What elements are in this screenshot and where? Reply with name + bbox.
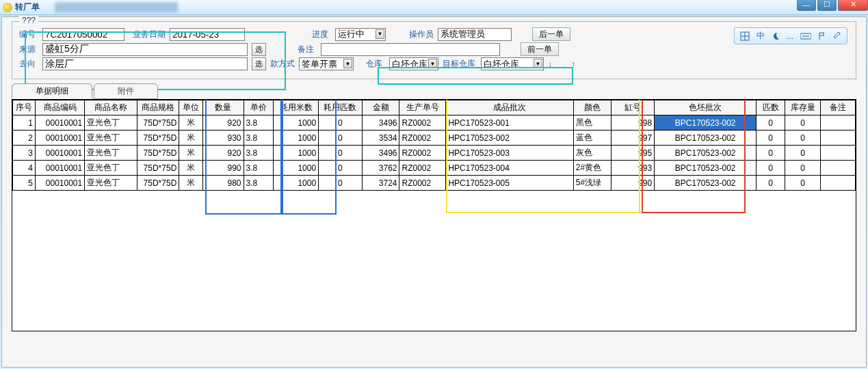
- col-header[interactable]: 色坯批次: [655, 100, 757, 115]
- toolbar-wrench-icon[interactable]: [832, 31, 843, 41]
- table-cell[interactable]: 00010001: [35, 115, 84, 131]
- table-cell[interactable]: 0: [757, 146, 785, 161]
- ck-dropdown[interactable]: ▼: [389, 57, 438, 70]
- table-cell[interactable]: 75D*75D: [137, 131, 179, 146]
- table-cell[interactable]: 00010001: [35, 131, 84, 146]
- col-header[interactable]: 商品规格: [137, 100, 179, 115]
- col-header[interactable]: 商品名称: [85, 100, 137, 115]
- col-header[interactable]: 数量: [203, 100, 244, 115]
- table-cell[interactable]: 0: [757, 176, 785, 191]
- table-cell[interactable]: 930: [203, 131, 244, 146]
- table-cell[interactable]: 0: [757, 115, 785, 131]
- table-cell[interactable]: [821, 176, 856, 191]
- table-cell[interactable]: 蓝色: [573, 131, 611, 146]
- table-cell[interactable]: 1: [13, 115, 36, 131]
- bh-input[interactable]: [42, 28, 124, 41]
- prev-record-button[interactable]: 前一单: [521, 42, 559, 56]
- table-cell[interactable]: 00010001: [35, 146, 84, 161]
- jd-dropdown[interactable]: ▼: [335, 28, 386, 41]
- table-cell[interactable]: [821, 115, 856, 131]
- table-cell[interactable]: 980: [203, 176, 244, 191]
- table-cell[interactable]: 0: [785, 146, 821, 161]
- table-cell[interactable]: 3496: [362, 146, 399, 161]
- table-cell[interactable]: RZ0002: [399, 131, 446, 146]
- table-cell[interactable]: BPC170523-002: [655, 146, 757, 161]
- maximize-button[interactable]: ☐: [817, 0, 837, 11]
- toolbar-grid-icon[interactable]: [739, 31, 751, 42]
- table-cell[interactable]: 998: [611, 115, 655, 131]
- ly-select-button[interactable]: 选: [252, 43, 266, 56]
- col-header[interactable]: 匹数: [757, 100, 785, 115]
- table-cell[interactable]: 0: [757, 131, 785, 146]
- ly-input[interactable]: [42, 43, 248, 56]
- table-cell[interactable]: BPC170523-002: [655, 115, 757, 131]
- table-cell[interactable]: 0: [785, 115, 821, 131]
- chevron-down-icon[interactable]: ▼: [428, 59, 437, 68]
- table-cell[interactable]: 亚光色丁: [85, 131, 137, 146]
- table-cell[interactable]: 0: [757, 161, 785, 176]
- table-cell[interactable]: 3496: [362, 115, 399, 131]
- table-cell[interactable]: 0: [319, 115, 363, 131]
- minimize-button[interactable]: —: [797, 0, 816, 11]
- col-header[interactable]: 成品批次: [446, 100, 573, 115]
- table-row[interactable]: 300010001亚光色丁75D*75D米9203.8100003496RZ00…: [13, 146, 856, 161]
- table-cell[interactable]: 1000: [274, 146, 319, 161]
- table-cell[interactable]: 997: [611, 131, 655, 146]
- col-header[interactable]: 颜色: [573, 100, 611, 115]
- sort-down-icon[interactable]: ↓: [548, 59, 567, 69]
- table-cell[interactable]: 1000: [274, 115, 319, 131]
- col-header[interactable]: 商品编码: [35, 100, 84, 115]
- table-cell[interactable]: 3724: [362, 176, 399, 191]
- table-cell[interactable]: 3.8: [244, 115, 274, 131]
- table-cell[interactable]: [821, 161, 856, 176]
- table-cell[interactable]: [821, 131, 856, 146]
- col-header[interactable]: 单位: [179, 100, 203, 115]
- table-row[interactable]: 200010001亚光色丁75D*75D米9303.8100003534RZ00…: [13, 131, 856, 146]
- toolbar-flag-icon[interactable]: [817, 31, 828, 41]
- col-header[interactable]: 生产单号: [399, 100, 446, 115]
- ywrq-input[interactable]: [170, 28, 245, 41]
- col-header[interactable]: 序号: [13, 100, 36, 115]
- qx-select-button[interactable]: 选: [252, 57, 266, 70]
- qx-input[interactable]: [42, 57, 248, 70]
- table-cell[interactable]: RZ0002: [399, 161, 446, 176]
- table-cell[interactable]: 75D*75D: [137, 146, 179, 161]
- table-cell[interactable]: 75D*75D: [137, 176, 179, 191]
- table-cell[interactable]: 3762: [362, 161, 399, 176]
- table-cell[interactable]: 3.8: [244, 131, 274, 146]
- chevron-down-icon[interactable]: ▼: [343, 59, 352, 68]
- chevron-down-icon[interactable]: ▼: [376, 29, 384, 39]
- table-cell[interactable]: BPC170523-002: [655, 131, 757, 146]
- table-cell[interactable]: 75D*75D: [137, 115, 179, 131]
- table-cell[interactable]: HPC170523-004: [446, 161, 573, 176]
- table-cell[interactable]: 00010001: [35, 161, 84, 176]
- czy-input[interactable]: [438, 28, 512, 41]
- tab-detail[interactable]: 单据明细: [12, 83, 92, 99]
- bz-input[interactable]: [321, 43, 500, 56]
- mbck-dropdown[interactable]: ▼: [481, 57, 544, 70]
- toolbar-text[interactable]: 中: [755, 29, 766, 42]
- table-cell[interactable]: 3.8: [244, 146, 274, 161]
- toolbar-moon-icon[interactable]: [770, 31, 781, 41]
- table-row[interactable]: 500010001亚光色丁75D*75D米9803.8100003724RZ00…: [13, 176, 856, 191]
- table-cell[interactable]: 0: [319, 146, 363, 161]
- table-cell[interactable]: BPC170523-002: [655, 161, 757, 176]
- col-header[interactable]: 耗用米数: [274, 100, 319, 115]
- table-cell[interactable]: RZ0002: [399, 146, 446, 161]
- table-cell[interactable]: 1000: [274, 176, 319, 191]
- table-cell[interactable]: HPC170523-003: [446, 146, 573, 161]
- table-cell[interactable]: 0: [785, 131, 821, 146]
- table-cell[interactable]: HPC170523-005: [446, 176, 573, 191]
- table-cell[interactable]: 1000: [274, 131, 319, 146]
- table-row[interactable]: 400010001亚光色丁75D*75D米9903.8100003762RZ00…: [13, 161, 856, 176]
- table-cell[interactable]: 亚光色丁: [85, 115, 137, 131]
- table-cell[interactable]: 米: [179, 161, 203, 176]
- table-cell[interactable]: 4: [13, 161, 36, 176]
- table-cell[interactable]: 5: [13, 176, 36, 191]
- next-record-button[interactable]: 后一单: [532, 27, 570, 41]
- table-cell[interactable]: 990: [611, 176, 655, 191]
- table-cell[interactable]: 米: [179, 131, 203, 146]
- col-header[interactable]: 库存量: [785, 100, 821, 115]
- table-cell[interactable]: 920: [203, 115, 244, 131]
- col-header[interactable]: 缸号: [611, 100, 655, 115]
